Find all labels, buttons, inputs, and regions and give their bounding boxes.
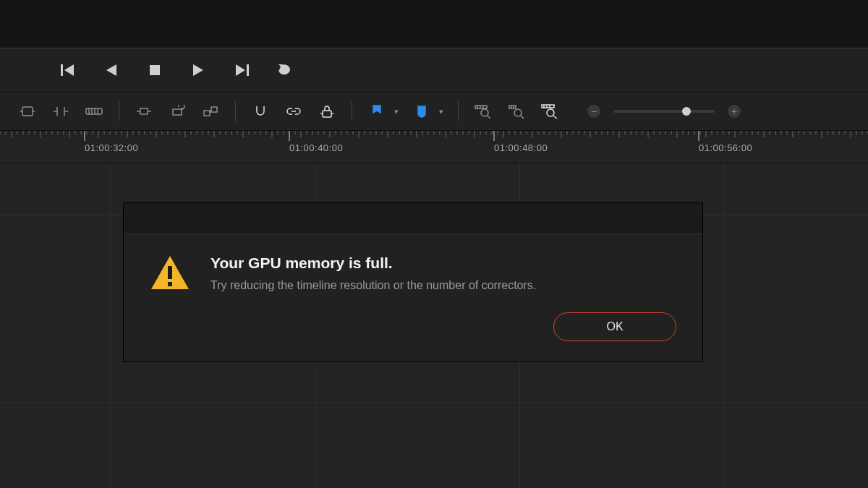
flag-button[interactable]	[362, 100, 391, 123]
play-button[interactable]	[188, 60, 208, 80]
skip-to-start-button[interactable]	[58, 60, 78, 80]
detail-zoom-button[interactable]	[502, 100, 531, 123]
svg-rect-22	[211, 107, 217, 112]
skip-to-end-button[interactable]	[231, 60, 252, 80]
svg-rect-7	[22, 107, 33, 116]
svg-point-36	[514, 109, 522, 116]
svg-rect-207	[168, 282, 172, 286]
toolbar-divider	[235, 101, 236, 121]
svg-line-43	[553, 116, 557, 119]
trim-mode-button[interactable]	[46, 100, 75, 123]
timeline-gridline	[724, 163, 725, 488]
error-dialog: Your GPU memory is full. Try reducing th…	[123, 202, 703, 362]
dialog-title: Your GPU memory is full.	[210, 254, 536, 272]
window-titlebar-area	[0, 0, 868, 48]
timeline-toolbar: ▾ ▾ − +	[0, 92, 868, 131]
timecode-label: 01:00:32:00	[85, 142, 138, 153]
dynamic-trim-button[interactable]	[80, 100, 109, 123]
linked-selection-button[interactable]	[279, 100, 308, 123]
timecode-label: 01:00:48:00	[494, 142, 548, 153]
svg-marker-5	[236, 64, 245, 76]
warning-icon	[150, 254, 190, 292]
insert-clip-button[interactable]	[129, 100, 158, 123]
full-extent-zoom-button[interactable]	[469, 100, 498, 123]
svg-rect-33	[509, 106, 516, 108]
svg-rect-6	[247, 64, 249, 76]
timeline-ruler[interactable]: minor/major ticks 01:00:32:00 01:00:40:0…	[0, 131, 868, 163]
timeline-gridline	[110, 163, 111, 488]
svg-marker-2	[106, 64, 116, 76]
svg-rect-21	[204, 111, 210, 116]
svg-rect-20	[173, 109, 182, 115]
svg-rect-3	[150, 65, 160, 75]
marker-button[interactable]	[407, 100, 436, 123]
svg-rect-17	[140, 108, 148, 114]
timecode-label: 01:00:40:00	[289, 142, 343, 153]
zoom-slider[interactable]	[613, 110, 715, 113]
toolbar-divider	[458, 101, 459, 121]
zoom-out-button[interactable]: −	[587, 105, 600, 118]
toolbar-divider	[352, 101, 352, 121]
svg-line-37	[521, 116, 524, 119]
svg-point-31	[481, 109, 488, 116]
custom-zoom-button[interactable]	[535, 100, 564, 123]
stop-button[interactable]	[145, 60, 165, 80]
svg-line-32	[488, 116, 490, 119]
marker-dropdown[interactable]: ▾	[439, 107, 443, 116]
replace-clip-button[interactable]	[196, 100, 225, 123]
dialog-message: Try reducing the timeline resolution or …	[210, 279, 536, 292]
play-reverse-button[interactable]	[101, 60, 122, 80]
snapping-button[interactable]	[246, 100, 275, 123]
ruler-ticks: minor/major ticks	[0, 131, 868, 141]
loop-button[interactable]	[275, 60, 295, 80]
toolbar-divider	[119, 101, 119, 121]
zoom-in-button[interactable]: +	[728, 105, 741, 118]
svg-marker-1	[64, 64, 74, 76]
svg-marker-4	[193, 64, 203, 76]
timeline-track-divider	[0, 402, 868, 403]
zoom-slider-knob[interactable]	[682, 107, 691, 116]
overwrite-clip-button[interactable]	[163, 100, 192, 123]
svg-point-42	[547, 109, 554, 116]
timecode-label: 01:00:56:00	[699, 142, 752, 153]
ok-button[interactable]: OK	[553, 312, 676, 341]
playback-controls	[0, 48, 868, 92]
position-lock-button[interactable]	[312, 100, 341, 123]
flag-dropdown[interactable]: ▾	[394, 107, 399, 116]
dialog-titlebar[interactable]	[124, 203, 702, 234]
selection-mode-button[interactable]	[13, 100, 42, 123]
svg-rect-206	[168, 266, 172, 279]
svg-rect-24	[323, 111, 331, 117]
svg-rect-0	[61, 64, 63, 76]
